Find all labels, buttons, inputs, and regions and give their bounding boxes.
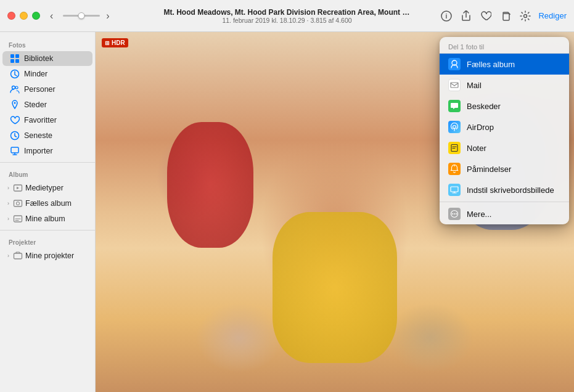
sidebar-label-minealbum: Mine album — [25, 214, 65, 223]
zoom-slider[interactable] — [63, 15, 100, 17]
titlebar: ‹ › Mt. Hood Meadows, Mt. Hood Park Divi… — [0, 0, 574, 32]
airdrop-share-icon — [448, 121, 461, 133]
favorite-button[interactable] — [479, 9, 493, 23]
reminders-share-icon — [448, 163, 461, 175]
sidebar-item-faellesalbum[interactable]: › Fælles album — [2, 196, 92, 211]
sidebar-label-faellesalbum: Fælles album — [25, 199, 72, 208]
photo-title: Mt. Hood Meadows, Mt. Hood Park Division… — [164, 8, 411, 17]
sidebar-divider-2 — [0, 230, 95, 231]
share-popup-title: Del 1 foto til — [440, 37, 569, 54]
svg-point-16 — [17, 202, 20, 205]
sidebar-section-projekter: Projekter — [0, 234, 95, 248]
sidebar-item-steder[interactable]: Steder — [2, 97, 92, 112]
titlebar-right: i Red — [440, 9, 567, 23]
share-item-airdrop[interactable]: AirDrop — [440, 116, 569, 137]
sidebar-label-personer: Personer — [24, 85, 55, 94]
copy-button[interactable] — [499, 9, 512, 23]
back-button[interactable]: ‹ — [47, 9, 55, 23]
sidebar-label-bibliotek: Bibliotek — [24, 54, 53, 63]
photo-detail-2 — [273, 212, 397, 363]
traffic-lights — [7, 12, 40, 20]
svg-point-9 — [12, 86, 15, 89]
share-item-noter[interactable]: Noter — [440, 137, 569, 158]
svg-point-3 — [524, 14, 527, 17]
svg-text:i: i — [446, 13, 448, 20]
svg-point-24 — [452, 213, 453, 214]
edit-button[interactable]: Rediger — [538, 11, 567, 20]
sidebar-item-importer[interactable]: Importer — [2, 144, 92, 158]
share-item-pamindelser[interactable]: Påmindelser — [440, 158, 569, 179]
hdr-badge: ⊞ HDR — [102, 38, 128, 47]
share-popup: Del 1 foto til Fælles album — [440, 37, 569, 224]
photo-subtitle: 11. februar 2019 kl. 18.10.29 · 3.815 af… — [164, 17, 411, 24]
sidebar-label-importer: Importer — [24, 147, 53, 155]
share-item-skrivebordbillede[interactable]: Indstil skrivebordsbillede — [440, 179, 569, 200]
minimize-button[interactable] — [20, 12, 28, 20]
mediatype-icon — [13, 183, 23, 193]
svg-rect-7 — [15, 59, 19, 63]
my-album-icon — [13, 214, 23, 224]
heart-icon — [10, 115, 20, 125]
sidebar-section-album: Album — [0, 166, 95, 180]
sidebar-label-favoritter: Favoritter — [24, 116, 57, 125]
info-button[interactable]: i — [440, 9, 453, 23]
photo-area: ⊞ HDR Del 1 foto til Fælles album — [96, 32, 574, 392]
import-icon — [10, 146, 20, 156]
hdr-label: HDR — [112, 39, 125, 46]
photo-grid-icon — [10, 54, 20, 63]
sidebar-label-mineprojekter: Mine projekter — [25, 251, 74, 260]
chevron-icon: › — [7, 185, 9, 191]
map-pin-icon — [10, 100, 20, 110]
svg-point-25 — [454, 213, 455, 214]
people-icon — [10, 84, 20, 94]
sidebar-divider-1 — [0, 162, 95, 163]
svg-point-26 — [456, 213, 457, 214]
more-share-icon — [448, 208, 461, 220]
svg-rect-6 — [10, 59, 14, 63]
share-item-faelles-album[interactable]: Fælles album — [440, 54, 569, 75]
share-label-mere: Mere... — [467, 210, 491, 219]
sidebar-label-minder: Minder — [24, 70, 47, 78]
sidebar-item-mineprojekter[interactable]: › Mine projekter — [2, 248, 92, 263]
sidebar-item-minealbum[interactable]: › Mine album — [2, 211, 92, 226]
sidebar-item-seneste[interactable]: Seneste — [2, 128, 92, 143]
share-button[interactable] — [459, 9, 473, 23]
share-label-mail: Mail — [467, 81, 482, 90]
maximize-button[interactable] — [32, 12, 40, 20]
close-button[interactable] — [7, 12, 15, 20]
sidebar-section-fotos: Fotos — [0, 37, 95, 51]
share-label-beskeder: Beskeder — [467, 102, 501, 111]
chevron-icon-2: › — [7, 200, 9, 206]
share-item-mail[interactable]: Mail — [440, 75, 569, 96]
main-content: Fotos Bibliotek Minder — [0, 32, 574, 392]
svg-rect-19 — [451, 83, 458, 88]
svg-rect-2 — [503, 14, 509, 20]
svg-rect-13 — [11, 147, 18, 153]
svg-rect-18 — [14, 253, 22, 259]
sidebar-label-steder: Steder — [24, 100, 47, 109]
svg-rect-22 — [451, 187, 458, 192]
svg-rect-15 — [14, 200, 22, 206]
sidebar-item-personer[interactable]: Personer — [2, 82, 92, 97]
sidebar-item-minder[interactable]: Minder — [2, 67, 92, 81]
share-item-beskeder[interactable]: Beskeder — [440, 96, 569, 116]
sidebar-item-bibliotek[interactable]: Bibliotek — [2, 51, 92, 66]
sidebar-label-seneste: Seneste — [24, 131, 52, 140]
share-item-mere[interactable]: Mere... — [440, 203, 569, 224]
sidebar-item-medietyper[interactable]: › Medietyper — [2, 181, 92, 195]
sidebar: Fotos Bibliotek Minder — [0, 32, 96, 392]
desktop-share-icon — [448, 184, 461, 196]
share-label-airdrop: AirDrop — [467, 123, 494, 132]
hdr-icon: ⊞ — [105, 40, 110, 46]
nav-buttons: ‹ › — [47, 9, 112, 23]
mail-share-icon — [448, 79, 461, 91]
settings-button[interactable] — [519, 9, 532, 23]
sidebar-label-medietyper: Medietyper — [25, 184, 64, 192]
share-label-noter: Noter — [467, 144, 486, 153]
forward-button[interactable]: › — [104, 9, 112, 23]
sidebar-item-favoritter[interactable]: Favoritter — [2, 113, 92, 128]
svg-point-11 — [14, 102, 16, 104]
shared-album-share-icon — [448, 58, 461, 70]
chevron-icon-4: › — [7, 253, 9, 259]
share-label-skrivebordbillede: Indstil skrivebordsbillede — [467, 186, 554, 195]
